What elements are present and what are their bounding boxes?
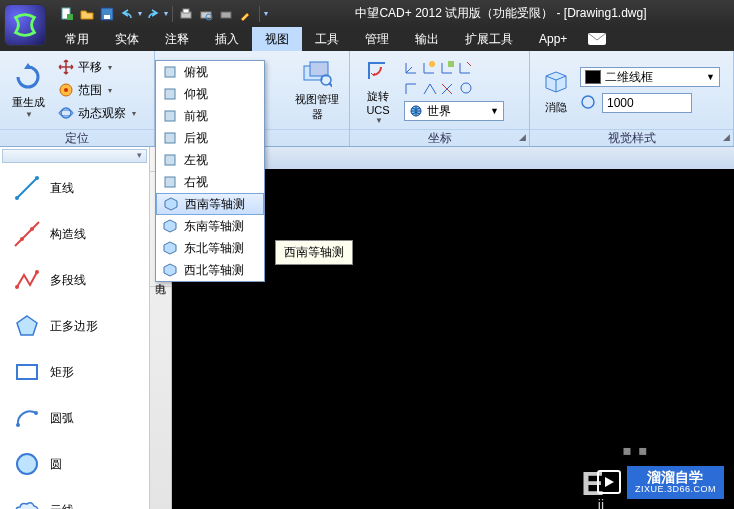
ucs-combo[interactable]: 世界 ▼ bbox=[404, 101, 504, 121]
title-bar: ▾ ▾ ▾ 中望CAD+ 2012 试用版（功能受限） - [Drawing1.… bbox=[0, 0, 734, 27]
tool-revcloud[interactable]: 云线 bbox=[0, 487, 149, 509]
ucs-icon-4[interactable] bbox=[458, 59, 474, 78]
view-back[interactable]: 后视 bbox=[156, 127, 264, 149]
tab-app[interactable]: App+ bbox=[526, 27, 580, 51]
svg-rect-27 bbox=[165, 155, 175, 165]
svg-point-33 bbox=[20, 237, 24, 241]
tab-manage[interactable]: 管理 bbox=[352, 27, 402, 51]
extent-button[interactable]: 范围▾ bbox=[54, 79, 140, 101]
orbit-icon bbox=[58, 105, 74, 121]
svg-rect-25 bbox=[165, 111, 175, 121]
view-right[interactable]: 右视 bbox=[156, 171, 264, 193]
dialog-launcher-icon[interactable]: ◢ bbox=[519, 132, 526, 142]
cube-front-icon bbox=[162, 108, 178, 124]
save-icon[interactable] bbox=[98, 5, 116, 23]
print-icon[interactable] bbox=[217, 5, 235, 23]
iso-se-icon bbox=[162, 218, 178, 234]
group-label-visual: 视觉样式 bbox=[608, 131, 656, 145]
svg-point-20 bbox=[461, 83, 471, 93]
ucs-icon-7[interactable] bbox=[440, 80, 456, 99]
match-prop-icon[interactable] bbox=[237, 5, 255, 23]
quick-access-toolbar: ▾ ▾ ▾ bbox=[58, 5, 268, 23]
view-front[interactable]: 前视 bbox=[156, 105, 264, 127]
tab-common[interactable]: 常用 bbox=[52, 27, 102, 51]
cube-back-icon bbox=[162, 130, 178, 146]
orbit-button[interactable]: 动态观察▾ bbox=[54, 102, 140, 124]
plot-icon[interactable] bbox=[177, 5, 195, 23]
svg-rect-1 bbox=[67, 14, 73, 20]
xline-icon bbox=[14, 221, 40, 247]
dialog-launcher-icon[interactable]: ◢ bbox=[723, 132, 730, 142]
regen-button[interactable]: 重生成 ▼ bbox=[6, 55, 50, 125]
tool-rectangle[interactable]: 矩形 bbox=[0, 349, 149, 395]
tab-solid[interactable]: 实体 bbox=[102, 27, 152, 51]
ucs-icon-2[interactable] bbox=[422, 59, 438, 78]
ucs-icon-8[interactable] bbox=[458, 80, 474, 99]
svg-point-30 bbox=[15, 196, 19, 200]
view-left[interactable]: 左视 bbox=[156, 149, 264, 171]
open-icon[interactable] bbox=[78, 5, 96, 23]
play-icon bbox=[597, 470, 621, 494]
mail-icon[interactable] bbox=[588, 27, 606, 51]
svg-line-32 bbox=[15, 222, 39, 246]
rectangle-icon bbox=[14, 359, 40, 385]
panel-grip[interactable] bbox=[2, 149, 147, 163]
svg-point-35 bbox=[15, 285, 19, 289]
tab-output[interactable]: 输出 bbox=[402, 27, 452, 51]
style-swatch-icon bbox=[585, 70, 601, 84]
svg-point-39 bbox=[34, 411, 38, 415]
ucs-icon-5[interactable] bbox=[404, 80, 420, 99]
ucs-icon-6[interactable] bbox=[422, 80, 438, 99]
new-icon[interactable] bbox=[58, 5, 76, 23]
tab-view[interactable]: 视图 bbox=[252, 27, 302, 51]
svg-rect-15 bbox=[310, 62, 328, 76]
value-input[interactable] bbox=[602, 93, 692, 113]
tab-annotate[interactable]: 注释 bbox=[152, 27, 202, 51]
ucs-icon-1[interactable] bbox=[404, 59, 420, 78]
iso-ne-icon bbox=[162, 240, 178, 256]
circle-option-icon[interactable] bbox=[580, 94, 596, 113]
extent-icon bbox=[58, 82, 74, 98]
circle-icon bbox=[14, 451, 40, 477]
tab-tools[interactable]: 工具 bbox=[302, 27, 352, 51]
group-label-navigate: 定位 bbox=[65, 131, 89, 145]
tool-circle[interactable]: 圆 bbox=[0, 441, 149, 487]
visual-style-combo[interactable]: 二维线框 ▼ bbox=[580, 67, 720, 87]
svg-line-29 bbox=[17, 178, 37, 198]
redo-icon[interactable] bbox=[144, 5, 162, 23]
view-manager-button[interactable]: 视图管理器 bbox=[295, 55, 339, 125]
tooltip: 西南等轴测 bbox=[275, 240, 353, 265]
svg-rect-19 bbox=[448, 61, 454, 67]
tab-insert[interactable]: 插入 bbox=[202, 27, 252, 51]
view-sw-iso[interactable]: 西南等轴测 bbox=[156, 193, 264, 215]
view-ne-iso[interactable]: 东北等轴测 bbox=[156, 237, 264, 259]
view-bottom[interactable]: 仰视 bbox=[156, 83, 264, 105]
svg-point-36 bbox=[35, 270, 39, 274]
view-top[interactable]: 俯视 bbox=[156, 61, 264, 83]
svg-point-22 bbox=[582, 96, 594, 108]
pan-button[interactable]: 平移▾ bbox=[54, 56, 140, 78]
svg-rect-24 bbox=[165, 89, 175, 99]
ucs-icon-3[interactable] bbox=[440, 59, 456, 78]
view-se-iso[interactable]: 东南等轴测 bbox=[156, 215, 264, 237]
tool-polygon[interactable]: 正多边形 bbox=[0, 303, 149, 349]
globe-icon bbox=[409, 104, 423, 118]
group-label-coord: 坐标 bbox=[428, 131, 452, 145]
tool-arc[interactable]: 圆弧 bbox=[0, 395, 149, 441]
svg-point-31 bbox=[35, 176, 39, 180]
app-menu-button[interactable] bbox=[4, 4, 46, 46]
plot-preview-icon[interactable] bbox=[197, 5, 215, 23]
draw-tool-panel: 直线 构造线 多段线 正多边形 矩形 圆弧 圆 云线 bbox=[0, 147, 150, 509]
tool-xline[interactable]: 构造线 bbox=[0, 211, 149, 257]
tab-ext[interactable]: 扩展工具 bbox=[452, 27, 526, 51]
ribbon-tabs: 常用 实体 注释 插入 视图 工具 管理 输出 扩展工具 App+ bbox=[0, 27, 734, 51]
hide-button[interactable]: 消隐 bbox=[536, 55, 576, 125]
watermark: 溜溜自学 ZIXUE.3D66.COM bbox=[597, 466, 724, 499]
view-nw-iso[interactable]: 西北等轴测 bbox=[156, 259, 264, 281]
cloud-icon bbox=[14, 497, 40, 509]
undo-icon[interactable] bbox=[118, 5, 136, 23]
tool-line[interactable]: 直线 bbox=[0, 165, 149, 211]
tool-pline[interactable]: 多段线 bbox=[0, 257, 149, 303]
rotate-ucs-button[interactable]: 旋转UCS ▼ bbox=[356, 55, 400, 125]
svg-rect-8 bbox=[221, 12, 231, 18]
